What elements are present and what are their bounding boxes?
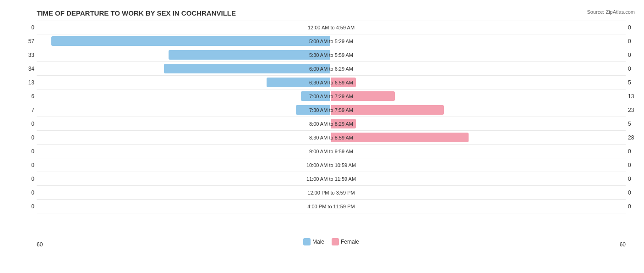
right-value: 0 xyxy=(628,66,644,72)
bar-row: 08:00 AM to 8:29 AM5 xyxy=(37,117,626,131)
rows-container: 012:00 AM to 4:59 AM0575:00 AM to 5:29 A… xyxy=(37,21,626,227)
left-half xyxy=(37,146,331,156)
bars-inner xyxy=(37,89,626,103)
bar-row: 04:00 PM to 11:59 PM0 xyxy=(37,200,626,213)
left-half xyxy=(37,105,331,114)
male-bar xyxy=(296,105,330,114)
right-half xyxy=(331,201,626,211)
right-half xyxy=(331,133,626,142)
right-half xyxy=(331,36,626,45)
right-value: 0 xyxy=(628,148,644,155)
chart-title: TIME OF DEPARTURE TO WORK BY SEX IN COCH… xyxy=(9,9,635,17)
male-legend-label: Male xyxy=(312,239,324,245)
left-value: 34 xyxy=(11,66,34,72)
left-value: 0 xyxy=(11,176,34,182)
bar-row: 575:00 AM to 5:29 AM0 xyxy=(37,34,626,48)
bars-inner xyxy=(37,186,626,199)
left-half xyxy=(37,201,331,211)
right-half xyxy=(331,105,626,114)
chart-container: TIME OF DEPARTURE TO WORK BY SEX IN COCH… xyxy=(0,0,644,273)
left-value: 7 xyxy=(11,107,34,113)
female-bar xyxy=(331,133,469,142)
left-half xyxy=(37,119,331,128)
left-half xyxy=(37,160,331,169)
left-value: 0 xyxy=(11,189,34,196)
left-half xyxy=(37,23,331,32)
bars-inner xyxy=(37,158,626,172)
bar-row: 012:00 AM to 4:59 AM0 xyxy=(37,21,626,34)
bar-row: 77:30 AM to 7:59 AM23 xyxy=(37,103,626,117)
right-value: 23 xyxy=(628,107,644,113)
bar-row: 08:30 AM to 8:59 AM28 xyxy=(37,131,626,145)
bars-inner xyxy=(37,76,626,89)
male-bar xyxy=(267,78,330,87)
chart-area: 012:00 AM to 4:59 AM0575:00 AM to 5:29 A… xyxy=(9,21,635,248)
right-half xyxy=(331,119,626,128)
right-value: 5 xyxy=(628,121,644,127)
right-value: 28 xyxy=(628,134,644,141)
bars-inner xyxy=(37,34,626,48)
bars-inner xyxy=(37,21,626,34)
female-bar xyxy=(331,119,356,128)
left-value: 0 xyxy=(11,162,34,168)
bars-inner xyxy=(37,145,626,158)
right-value: 0 xyxy=(628,176,644,182)
right-value: 0 xyxy=(628,24,644,31)
bars-inner xyxy=(37,62,626,75)
right-half xyxy=(331,91,626,100)
bar-row: 011:00 AM to 11:59 AM0 xyxy=(37,172,626,186)
right-half xyxy=(331,64,626,73)
left-value: 0 xyxy=(11,148,34,155)
axis-bottom: 60 Male Female 60 xyxy=(37,241,626,248)
bar-row: 346:00 AM to 6:29 AM0 xyxy=(37,62,626,76)
female-bar xyxy=(331,78,356,87)
bar-row: 136:30 AM to 6:59 AM5 xyxy=(37,76,626,89)
male-legend-icon xyxy=(303,238,311,245)
male-bar xyxy=(301,91,330,100)
left-half xyxy=(37,91,331,100)
left-value: 0 xyxy=(11,203,34,210)
right-value: 0 xyxy=(628,162,644,168)
left-half xyxy=(37,36,331,45)
legend-female: Female xyxy=(332,238,359,245)
bar-row: 335:30 AM to 5:59 AM0 xyxy=(37,48,626,62)
bars-inner xyxy=(37,103,626,117)
source-label: Source: ZipAtlas.com xyxy=(587,9,635,15)
left-value: 57 xyxy=(11,38,34,45)
right-value: 0 xyxy=(628,189,644,196)
legend: Male Female xyxy=(303,238,359,245)
right-value: 0 xyxy=(628,203,644,210)
right-value: 5 xyxy=(628,79,644,86)
right-half xyxy=(331,50,626,59)
bars-inner xyxy=(37,117,626,130)
right-value: 0 xyxy=(628,38,644,45)
bar-row: 67:00 AM to 7:29 AM13 xyxy=(37,89,626,103)
bar-row: 09:00 AM to 9:59 AM0 xyxy=(37,145,626,158)
left-value: 0 xyxy=(11,134,34,141)
female-legend-label: Female xyxy=(341,239,359,245)
bars-inner xyxy=(37,200,626,213)
left-value: 0 xyxy=(11,121,34,127)
right-half xyxy=(331,174,626,183)
axis-right-val: 60 xyxy=(620,241,626,248)
right-half xyxy=(331,160,626,169)
left-value: 0 xyxy=(11,24,34,31)
left-half xyxy=(37,64,331,73)
right-value: 13 xyxy=(628,93,644,100)
right-half xyxy=(331,146,626,156)
axis-left-val: 60 xyxy=(37,241,43,248)
right-half xyxy=(331,78,626,87)
bars-inner xyxy=(37,172,626,185)
left-value: 13 xyxy=(11,79,34,86)
female-legend-icon xyxy=(332,238,339,245)
female-bar xyxy=(331,91,395,100)
left-half xyxy=(37,188,331,197)
left-value: 33 xyxy=(11,52,34,58)
female-bar xyxy=(331,105,444,114)
male-bar xyxy=(169,50,330,59)
left-half xyxy=(37,174,331,183)
right-half xyxy=(331,23,626,32)
bars-inner xyxy=(37,48,626,61)
right-half xyxy=(331,188,626,197)
left-half xyxy=(37,50,331,59)
